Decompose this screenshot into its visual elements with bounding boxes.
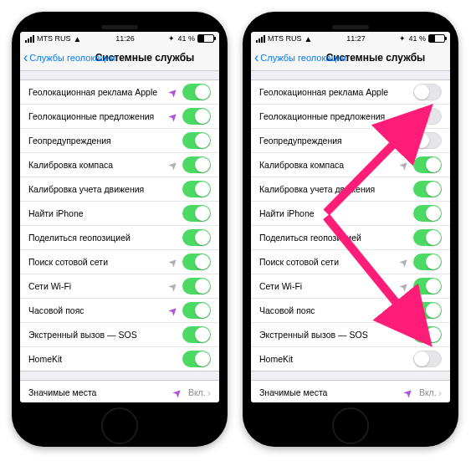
settings-row: HomeKit [20, 347, 219, 371]
toggle-switch[interactable] [413, 278, 442, 295]
wifi-icon: ▲ [74, 34, 82, 44]
toggle-switch[interactable] [413, 351, 442, 367]
back-button[interactable]: ‹ Службы геолокации [20, 51, 115, 64]
back-label: Службы геолокации [260, 53, 346, 63]
settings-row: Калибровка учета движения [20, 177, 219, 202]
settings-row: Экстренный вызов — SOS [251, 323, 450, 347]
chevron-right-icon: › [207, 387, 211, 399]
toggle-switch[interactable] [413, 254, 442, 270]
row-label: Калибровка компаса [28, 160, 170, 170]
settings-list[interactable]: Геолокационная реклама AppleГеолокационн… [251, 71, 450, 402]
toggle-switch[interactable] [182, 108, 211, 125]
status-bar: MTS RUS ▲ 11:27 ✦ 41 % [251, 32, 450, 45]
signal-icon [256, 35, 265, 43]
toggle-switch[interactable] [182, 84, 211, 100]
home-button[interactable] [101, 407, 138, 444]
clock: 11:26 [115, 34, 135, 43]
location-icon [168, 281, 179, 292]
phone-speaker [101, 25, 138, 29]
settings-row: Калибровка учета движения [251, 177, 450, 202]
settings-row: Экстренный вызов — SOS [20, 323, 219, 347]
chevron-left-icon: ‹ [254, 51, 258, 64]
carrier-label: MTS RUS [268, 34, 302, 43]
row-value: Вкл. [188, 387, 206, 397]
toggle-switch[interactable] [413, 326, 442, 343]
chevron-left-icon: ‹ [23, 51, 28, 64]
row-label: Сети Wi-Fi [28, 281, 170, 291]
row-label: Калибровка учета движения [259, 184, 413, 194]
location-icon [168, 305, 179, 316]
phone-speaker [332, 25, 369, 29]
battery-percent: 41 % [177, 34, 195, 43]
toggle-group: Геолокационная реклама AppleГеолокационн… [20, 79, 219, 371]
toggle-switch[interactable] [413, 108, 442, 125]
link-group: Значимые места Вкл. › [251, 380, 450, 402]
row-label: Значимые места [28, 387, 174, 397]
nav-bar: ‹ Службы геолокации Системные службы [20, 45, 219, 71]
toggle-switch[interactable] [413, 181, 442, 197]
settings-row: HomeKit [251, 347, 450, 371]
settings-row: Найти iPhone [20, 202, 219, 226]
toggle-switch[interactable] [182, 254, 211, 270]
location-icon [403, 387, 414, 398]
settings-row: Часовой пояс [20, 299, 219, 323]
settings-row: Сети Wi-Fi [20, 274, 219, 299]
toggle-switch[interactable] [182, 302, 211, 319]
settings-row: Сети Wi-Fi [251, 274, 450, 299]
settings-list[interactable]: Геолокационная реклама AppleГеолокационн… [20, 71, 219, 402]
settings-row: Геолокационные предложения [20, 105, 219, 129]
toggle-switch[interactable] [182, 156, 211, 173]
toggle-switch[interactable] [182, 229, 211, 246]
row-label: Экстренный вызов — SOS [259, 330, 413, 340]
row-label: HomeKit [28, 354, 182, 364]
settings-row: Часовой пояс [251, 299, 450, 323]
significant-locations-row[interactable]: Значимые места Вкл. › [251, 381, 450, 402]
toggle-switch[interactable] [182, 181, 211, 197]
carrier-label: MTS RUS [37, 34, 71, 43]
settings-row: Калибровка компаса [20, 153, 219, 177]
toggle-switch[interactable] [413, 302, 442, 319]
row-label: Часовой пояс [28, 305, 170, 315]
status-bar: MTS RUS ▲ 11:26 ✦ 41 % [20, 32, 219, 45]
toggle-switch[interactable] [413, 132, 442, 149]
home-button[interactable] [332, 407, 369, 444]
comparison-stage: MTS RUS ▲ 11:26 ✦ 41 % ‹ Службы геолокац… [0, 0, 476, 458]
settings-row: Калибровка компаса [251, 153, 450, 177]
location-icon [168, 111, 179, 122]
toggle-switch[interactable] [182, 132, 211, 149]
location-icon [168, 257, 179, 268]
location-icon [399, 305, 410, 316]
toggle-switch[interactable] [182, 205, 211, 222]
settings-row: Поделиться геопозицией [20, 226, 219, 250]
location-icon [168, 160, 179, 171]
row-label: Найти iPhone [28, 208, 182, 218]
toggle-switch[interactable] [413, 205, 442, 222]
battery-percent: 41 % [408, 34, 426, 43]
wifi-icon: ▲ [305, 34, 313, 44]
bluetooth-icon: ✦ [399, 34, 406, 43]
toggle-switch[interactable] [182, 326, 211, 343]
settings-row: Поиск сотовой сети [20, 250, 219, 274]
settings-row: Геолокационная реклама Apple [20, 80, 219, 105]
significant-locations-row[interactable]: Значимые места Вкл. › [20, 381, 219, 402]
back-button[interactable]: ‹ Службы геолокации [251, 51, 346, 64]
phone-right: MTS RUS ▲ 11:27 ✦ 41 % ‹ Службы геолокац… [243, 12, 458, 447]
toggle-switch[interactable] [182, 351, 211, 367]
location-icon [399, 281, 410, 292]
signal-icon [25, 35, 34, 43]
row-label: Геолокационные предложения [28, 111, 170, 121]
row-label: Поделиться геопозицией [28, 233, 182, 243]
toggle-switch[interactable] [182, 278, 211, 295]
settings-row: Геопредупреждения [251, 129, 450, 153]
toggle-switch[interactable] [413, 84, 442, 100]
row-label: Геолокационные предложения [259, 111, 413, 121]
row-label: Найти iPhone [259, 208, 413, 218]
row-label: Экстренный вызов — SOS [28, 330, 182, 340]
toggle-switch[interactable] [413, 156, 442, 173]
toggle-switch[interactable] [413, 229, 442, 246]
row-label: Геопредупреждения [259, 136, 413, 146]
bluetooth-icon: ✦ [168, 34, 175, 43]
settings-row: Найти iPhone [251, 202, 450, 226]
settings-row: Поделиться геопозицией [251, 226, 450, 250]
phone-left: MTS RUS ▲ 11:26 ✦ 41 % ‹ Службы геолокац… [12, 12, 228, 447]
